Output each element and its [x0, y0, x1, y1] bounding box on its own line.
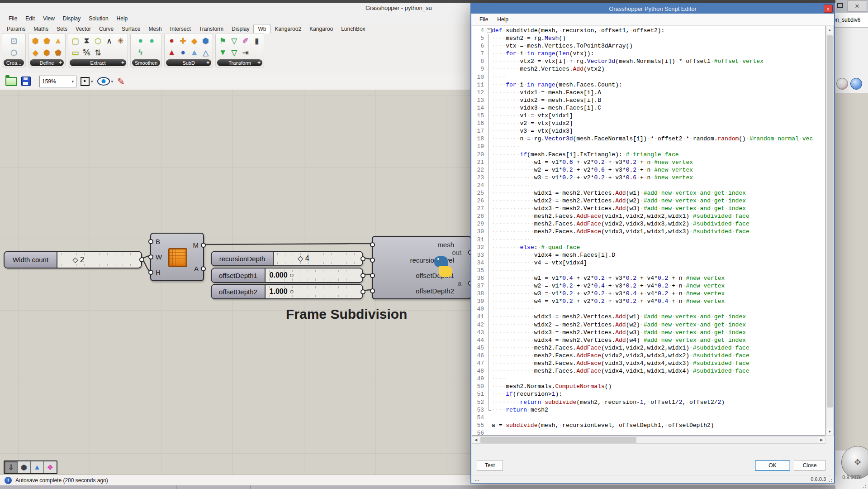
- fold-margin[interactable]: [486, 174, 492, 182]
- subd-gem-icon[interactable]: ◆: [189, 35, 200, 47]
- extract-web-icon[interactable]: ✳: [115, 35, 126, 47]
- slider-width-count[interactable]: Width count◇ 2: [4, 251, 142, 268]
- smoothen-drop2-icon[interactable]: ●: [146, 35, 157, 47]
- fold-margin[interactable]: [486, 58, 492, 65]
- expand-icon[interactable]: ✚: [59, 61, 62, 65]
- resize-grip[interactable]: [863, 484, 867, 488]
- tab-kangaroo[interactable]: Kangaroo: [305, 24, 337, 33]
- toolbar-group-label[interactable]: Transform✚: [217, 59, 262, 66]
- horizontal-scroll-thumb[interactable]: [480, 437, 636, 443]
- tab-display[interactable]: Display: [228, 24, 253, 33]
- measure-arrow-icon[interactable]: ⇩: [5, 461, 18, 473]
- code-text[interactable]: ········vidx2·=·mesh.Faces[i].B: [492, 96, 825, 104]
- fold-margin[interactable]: [486, 151, 492, 158]
- code-text[interactable]: ····if(recursion>1):: [492, 390, 825, 398]
- code-text[interactable]: ········v2·=·vtx[vidx2]: [492, 120, 825, 127]
- tab-maths[interactable]: Maths: [29, 24, 52, 33]
- code-text[interactable]: ····return·mesh2: [492, 406, 825, 414]
- fold-margin[interactable]: [486, 135, 492, 143]
- input-nub-offsetDepth1[interactable]: [370, 273, 375, 278]
- input-nub-offsetDepth2[interactable]: [370, 288, 375, 293]
- fold-margin[interactable]: [486, 189, 492, 197]
- blue-triangle-icon[interactable]: ▲: [31, 461, 44, 473]
- tab-intersect[interactable]: Intersect: [166, 24, 195, 33]
- slider-track[interactable]: ◇ 2: [57, 252, 141, 268]
- close-icon[interactable]: x: [824, 5, 833, 13]
- code-text[interactable]: ············vidx4·=·mesh.Faces[i].D: [492, 251, 825, 259]
- fold-margin[interactable]: [486, 112, 492, 120]
- fold-margin[interactable]: [486, 220, 492, 228]
- fold-margin[interactable]: [486, 158, 492, 166]
- vertical-scrollbar[interactable]: ▲ ▼: [826, 26, 834, 436]
- transform-taper-icon[interactable]: ▽: [228, 35, 240, 47]
- fold-margin[interactable]: [486, 251, 492, 259]
- fold-margin[interactable]: [486, 329, 492, 336]
- code-text[interactable]: ····mesh2·=·rg.Mesh(): [492, 34, 825, 42]
- menu-help[interactable]: Help: [113, 14, 132, 23]
- fold-margin[interactable]: [486, 50, 492, 58]
- code-text[interactable]: ············widx3·=·mesh2.Vertices.Add(w…: [492, 329, 825, 336]
- smoothen-relax-icon[interactable]: ϟ: [135, 47, 146, 58]
- slider-offset-depth1[interactable]: offsetDepth10.000 ○: [211, 268, 363, 283]
- fold-margin[interactable]: [486, 104, 492, 112]
- define-cone-icon[interactable]: ▲: [52, 35, 64, 47]
- code-text[interactable]: ············mesh2.Faces.AddFace(vidx1,vi…: [492, 344, 825, 352]
- code-text[interactable]: ············: [492, 182, 825, 189]
- code-text[interactable]: [492, 414, 825, 422]
- code-text[interactable]: ············mesh2.Faces.AddFace(vidx2,vi…: [492, 352, 825, 360]
- trackball-widget[interactable]: ✥: [841, 446, 868, 479]
- code-text[interactable]: ············w1·=·v1*0.4·+·v2*0.2·+·v3*0.…: [492, 274, 825, 282]
- fold-margin[interactable]: [486, 383, 492, 390]
- define-hexahedron-icon[interactable]: ⬢: [30, 35, 41, 47]
- tab-wb[interactable]: Wb: [253, 24, 270, 34]
- zoom-extents-icon[interactable]: [81, 77, 90, 86]
- fold-margin[interactable]: −: [486, 27, 492, 34]
- output-out[interactable]: out: [447, 249, 470, 256]
- blue-sphere-icon[interactable]: [850, 78, 862, 90]
- output-nub[interactable]: [360, 273, 365, 278]
- fold-margin[interactable]: [486, 352, 492, 360]
- menu-file[interactable]: File: [5, 14, 21, 23]
- input-nub-B[interactable]: [148, 239, 153, 244]
- toolbar-group-label[interactable]: Define✚: [30, 59, 64, 66]
- tab-curve[interactable]: Curve: [95, 24, 118, 33]
- code-text[interactable]: ············w2·=·v1*0.2·+·v2*0.6·+·v3*0.…: [492, 166, 825, 174]
- vertical-scroll-thumb[interactable]: [827, 35, 833, 408]
- code-text[interactable]: ········mesh2.Vertices.Add(vtx2): [492, 65, 825, 73]
- define-pentagon-icon[interactable]: ⬟: [41, 35, 52, 47]
- fold-margin[interactable]: [486, 73, 492, 81]
- editor-menu-file[interactable]: File: [476, 15, 492, 24]
- code-text[interactable]: ············v4·=·vtx[vidx4]: [492, 259, 825, 267]
- code-text[interactable]: ············mesh2.Faces.AddFace(vidx2,vi…: [492, 220, 825, 228]
- code-text[interactable]: ············mesh2.Faces.AddFace(vidx1,vi…: [492, 212, 825, 220]
- code-text[interactable]: ············widx4·=·mesh2.Vertices.Add(w…: [492, 336, 825, 344]
- fold-margin[interactable]: [486, 205, 492, 212]
- output-nub[interactable]: [360, 289, 365, 294]
- fold-margin[interactable]: [486, 127, 492, 135]
- code-text[interactable]: ············w1·=·v1*0.6·+·v2*0.2·+·v3*0.…: [492, 158, 825, 166]
- fold-margin[interactable]: [486, 267, 492, 274]
- fold-margin[interactable]: [486, 42, 492, 50]
- code-text[interactable]: ············w2·=·v1*0.2·+·v2*0.4·+·v3*0.…: [492, 282, 825, 290]
- test-button[interactable]: Test: [477, 460, 503, 471]
- menu-edit[interactable]: Edit: [21, 14, 39, 23]
- input-W[interactable]: W: [151, 253, 166, 261]
- fold-margin[interactable]: [486, 96, 492, 104]
- component-mesh-box[interactable]: BWHMA: [150, 233, 204, 281]
- fold-margin[interactable]: [486, 429, 492, 436]
- code-text[interactable]: ····mesh2.Normals.ComputeNormals(): [492, 383, 825, 390]
- fold-margin[interactable]: [486, 65, 492, 73]
- fold-margin[interactable]: [486, 422, 492, 429]
- fold-margin[interactable]: [486, 81, 492, 89]
- fold-margin[interactable]: [486, 305, 492, 313]
- scroll-up-icon[interactable]: ▲: [826, 26, 833, 34]
- tab-sets[interactable]: Sets: [52, 24, 71, 33]
- output-nub-A[interactable]: [201, 266, 206, 271]
- code-text[interactable]: ············widx2·=·mesh2.Vertices.Add(w…: [492, 321, 825, 329]
- slider-track[interactable]: ◇ 4: [274, 252, 362, 265]
- subd-triangle-blue-icon[interactable]: ▲: [189, 47, 200, 58]
- code-text[interactable]: ············w3·=·v1*0.2·+·v2*0.2·+·v3*0.…: [492, 290, 825, 297]
- code-text[interactable]: ····: [492, 375, 825, 383]
- code-text[interactable]: ····for·i·in·range(len(vtx)):: [492, 50, 825, 58]
- fold-margin[interactable]: [486, 228, 492, 235]
